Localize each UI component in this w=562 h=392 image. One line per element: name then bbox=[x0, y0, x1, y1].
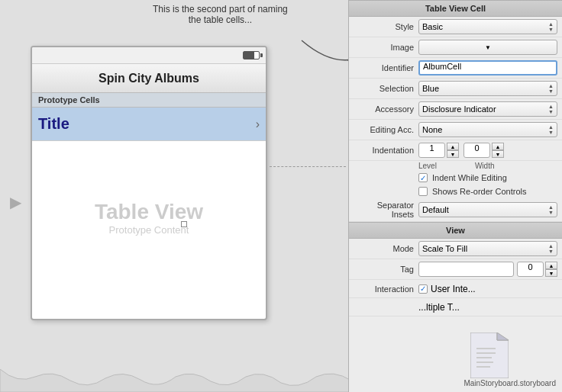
width-stepper: 0 ▲ ▼ bbox=[463, 143, 504, 158]
separator-insets-select[interactable]: Default ▲▼ bbox=[418, 202, 557, 217]
editing-acc-label: Editing Acc. bbox=[354, 125, 418, 134]
separator-insets-label: Separator Insets bbox=[354, 201, 418, 219]
tag-label: Tag bbox=[354, 265, 418, 274]
nav-title: Spin City Albums bbox=[99, 72, 199, 85]
svg-rect-7 bbox=[476, 366, 490, 368]
annotation-line2: the table cells... bbox=[153, 14, 288, 25]
separator-insets-value: Default bbox=[422, 205, 449, 214]
style-value: Basic bbox=[422, 22, 443, 31]
multiple-value: ...ltiple T... bbox=[418, 302, 460, 313]
level-down-btn[interactable]: ▼ bbox=[447, 150, 459, 158]
mode-select[interactable]: Scale To Fill ▲▼ bbox=[418, 241, 557, 256]
accessory-row: Accessory Disclosure Indicator ▲▼ bbox=[349, 99, 562, 120]
interaction-checkbox[interactable]: ✓ bbox=[418, 284, 428, 294]
multiple-row: ...ltiple T... bbox=[349, 298, 562, 316]
properties-panel: Table View Cell Style Basic ▲▼ Image ▼ I… bbox=[348, 0, 562, 392]
mode-arrows: ▲▼ bbox=[548, 243, 554, 254]
accessory-select[interactable]: Disclosure Indicator ▲▼ bbox=[418, 101, 557, 117]
view-section-header: View bbox=[349, 222, 562, 239]
identifier-field[interactable]: AlbumCell bbox=[418, 60, 557, 76]
interaction-control: ✓ User Inte... bbox=[418, 284, 557, 294]
tag-field[interactable] bbox=[418, 262, 514, 277]
interaction-label: Interaction bbox=[354, 284, 418, 294]
shows-reorder-checkbox[interactable] bbox=[418, 187, 428, 196]
svg-rect-5 bbox=[476, 357, 492, 358]
editing-acc-control[interactable]: None ▲▼ bbox=[418, 122, 557, 137]
multiple-control: ...ltiple T... bbox=[418, 302, 557, 313]
tag-stepper: 0 ▲ ▼ bbox=[517, 262, 557, 277]
iphone-simulator: Spin City Albums Prototype Cells Title ›… bbox=[31, 46, 267, 320]
style-row: Style Basic ▲▼ bbox=[349, 17, 562, 37]
interaction-row: Interaction ✓ User Inte... bbox=[349, 280, 562, 298]
separator-insets-arrows: ▲▼ bbox=[548, 204, 554, 215]
width-up-btn[interactable]: ▲ bbox=[492, 143, 504, 150]
width-down-btn[interactable]: ▼ bbox=[492, 150, 504, 158]
document-icon bbox=[470, 333, 509, 378]
identifier-label: Identifier bbox=[354, 63, 418, 72]
indentation-label: Indentation bbox=[354, 146, 418, 155]
selection-value: Blue bbox=[422, 84, 439, 93]
image-label: Image bbox=[354, 43, 418, 52]
style-control[interactable]: Basic ▲▼ bbox=[418, 19, 557, 34]
level-up-btn[interactable]: ▲ bbox=[447, 143, 459, 150]
image-row: Image ▼ bbox=[349, 37, 562, 58]
svg-marker-2 bbox=[497, 333, 509, 340]
editing-acc-select[interactable]: None ▲▼ bbox=[418, 122, 557, 137]
level-stepper: 1 ▲ ▼ bbox=[418, 143, 459, 158]
battery-icon bbox=[243, 51, 260, 59]
cell-chevron: › bbox=[256, 117, 260, 131]
indentation-row: Indentation 1 ▲ ▼ 0 ▲ ▼ bbox=[349, 140, 562, 161]
svg-rect-3 bbox=[476, 348, 496, 349]
accessory-control[interactable]: Disclosure Indicator ▲▼ bbox=[418, 101, 557, 117]
identifier-value: AlbumCell bbox=[423, 62, 461, 71]
width-field[interactable]: 0 bbox=[463, 143, 490, 158]
image-control[interactable]: ▼ bbox=[418, 40, 557, 55]
table-cell-selected[interactable]: Title › bbox=[32, 108, 266, 141]
canvas-area: This is the second part of naming the ta… bbox=[0, 0, 348, 392]
tag-up-btn[interactable]: ▲ bbox=[545, 262, 557, 269]
width-stepper-buttons: ▲ ▼ bbox=[492, 143, 504, 158]
cell-resize-handle[interactable] bbox=[181, 221, 187, 227]
battery-fill bbox=[244, 52, 254, 59]
selection-control[interactable]: Blue ▲▼ bbox=[418, 81, 557, 96]
nav-bar: Spin City Albums bbox=[32, 64, 266, 93]
status-bar bbox=[32, 47, 266, 64]
stepper-label-row: Level Width bbox=[349, 161, 562, 171]
wavy-bottom bbox=[0, 369, 348, 392]
image-dropdown[interactable]: ▼ bbox=[418, 40, 557, 55]
selection-select[interactable]: Blue ▲▼ bbox=[418, 81, 557, 96]
svg-rect-6 bbox=[476, 361, 493, 363]
mode-row: Mode Scale To Fill ▲▼ bbox=[349, 239, 562, 259]
tag-row: Tag 0 ▲ ▼ bbox=[349, 259, 562, 280]
table-view-cell-header: Table View Cell bbox=[349, 0, 562, 17]
tag-down-btn[interactable]: ▼ bbox=[545, 269, 557, 277]
tag-stepper-buttons: ▲ ▼ bbox=[545, 262, 557, 277]
selection-row: Selection Blue ▲▼ bbox=[349, 79, 562, 99]
identifier-row: Identifier AlbumCell bbox=[349, 58, 562, 79]
connector-line bbox=[270, 166, 346, 168]
width-label: Width bbox=[475, 162, 495, 170]
indent-while-editing-checkbox[interactable]: ✓ bbox=[418, 173, 428, 182]
level-field[interactable]: 1 bbox=[418, 143, 445, 158]
accessory-arrows: ▲▼ bbox=[548, 104, 554, 114]
interaction-value: User Inte... bbox=[431, 284, 476, 294]
separator-insets-control[interactable]: Default ▲▼ bbox=[418, 202, 557, 217]
style-select[interactable]: Basic ▲▼ bbox=[418, 19, 557, 34]
cell-title: Title bbox=[38, 115, 69, 133]
tag-value[interactable]: 0 bbox=[517, 262, 544, 277]
indentation-control: 1 ▲ ▼ 0 ▲ ▼ bbox=[418, 143, 557, 158]
editing-acc-row: Editing Acc. None ▲▼ bbox=[349, 120, 562, 140]
selection-arrows: ▲▼ bbox=[548, 83, 554, 94]
level-label: Level bbox=[418, 162, 437, 170]
mode-control[interactable]: Scale To Fill ▲▼ bbox=[418, 241, 557, 256]
table-view-placeholder: Table View Prototype Content bbox=[32, 141, 266, 294]
level-stepper-buttons: ▲ ▼ bbox=[447, 143, 459, 158]
accessory-label: Accessory bbox=[354, 104, 418, 114]
left-nav-arrow[interactable]: ▶ bbox=[8, 191, 23, 214]
table-view-sub: Prototype Content bbox=[109, 224, 189, 236]
style-arrows: ▲▼ bbox=[548, 21, 554, 32]
indent-while-editing-row: ✓ Indent While Editing bbox=[349, 171, 562, 185]
annotation: This is the second part of naming the ta… bbox=[153, 4, 288, 25]
indent-while-editing-label: Indent While Editing bbox=[432, 173, 507, 182]
mode-label: Mode bbox=[354, 244, 418, 253]
